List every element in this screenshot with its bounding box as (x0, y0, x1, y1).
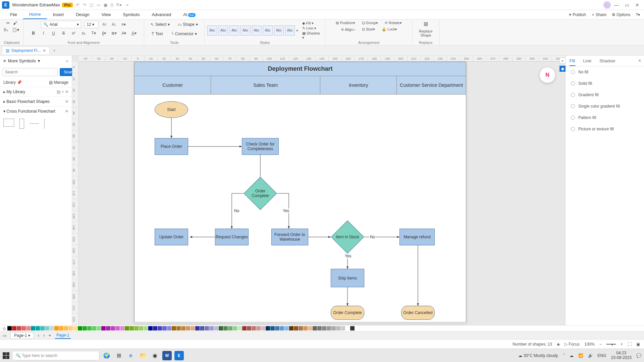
size-button[interactable]: ⊡ Size▾ (362, 27, 375, 32)
canvas[interactable]: -40-30-20-100102030405060708090100110120… (72, 56, 565, 325)
update-order-node[interactable]: Update Order (155, 229, 188, 245)
color-swatch[interactable] (134, 326, 139, 330)
menu-ai[interactable]: AIhot (177, 10, 202, 19)
symbols-header[interactable]: ≡ More Symbols ▾ « (0, 56, 72, 66)
fullscreen-icon[interactable]: ▣ (636, 342, 640, 347)
new-icon[interactable]: ▢ (90, 3, 93, 7)
color-swatch[interactable] (144, 326, 148, 330)
expand-right-icon[interactable]: » (559, 58, 566, 64)
color-swatch[interactable] (270, 326, 275, 330)
style-chip[interactable]: Abc (285, 25, 295, 36)
menu-insert[interactable]: Insert (47, 10, 70, 19)
forward-order-node[interactable]: Forward Order to Warehouse (271, 229, 308, 245)
style-chip[interactable]: Abc (240, 25, 250, 36)
close-icon[interactable]: ✕ (635, 2, 639, 8)
subscript-icon[interactable]: x₂ (81, 30, 87, 36)
tray-onedrive-icon[interactable]: ☁ (570, 353, 574, 358)
align-button[interactable]: ⫷ Align▾ (340, 27, 355, 32)
rotate-button[interactable]: ⟳ Rotate▾ (385, 21, 401, 25)
page-tab-active[interactable]: Page-1 (55, 332, 71, 339)
doctab-active[interactable]: ▤ Deployment Fl... ✕ (2, 47, 50, 54)
color-swatch[interactable] (17, 326, 21, 330)
replace-shape-icon[interactable]: ⊞ (424, 21, 428, 27)
task-edge-icon[interactable]: e (126, 351, 136, 360)
font-size-selector[interactable]: 12 ▾ (85, 21, 99, 28)
menu-advanced[interactable]: Advanced (146, 10, 177, 19)
tray-volume-icon[interactable]: 🔊 (588, 353, 593, 358)
color-swatch[interactable] (83, 326, 87, 330)
task-edraw-icon[interactable]: E (174, 351, 184, 360)
separator-h-shape[interactable] (30, 123, 39, 124)
shape-button[interactable]: ▭ Shape ▾ (175, 21, 200, 28)
menu-view[interactable]: View (96, 10, 117, 19)
share-button[interactable]: ⚬ Share (591, 12, 606, 17)
menu-symbols[interactable]: Symbols (117, 10, 146, 19)
check-order-node[interactable]: Check Order for Completeness (242, 138, 279, 155)
color-swatch[interactable] (327, 326, 331, 330)
replace-shape-button[interactable]: Replace Shape (419, 29, 432, 37)
position-button[interactable]: ⊞ Position▾ (336, 21, 355, 25)
lock-button[interactable]: 🔒 Lock▾ (382, 27, 397, 32)
manage-button[interactable]: ▤ Manage (49, 80, 68, 85)
style-chip[interactable]: Abc (274, 25, 284, 36)
tray-notif-icon[interactable]: 💬 (636, 353, 641, 358)
style-chip[interactable]: Abc (229, 25, 239, 36)
prev-page-icon[interactable]: ‹ (38, 333, 39, 338)
highlight-icon[interactable]: A▾ (121, 30, 127, 36)
nofill-swatch[interactable]: ◇ (3, 326, 6, 331)
color-swatch[interactable] (148, 326, 153, 330)
color-swatch[interactable] (284, 326, 289, 330)
color-swatch[interactable] (129, 326, 134, 330)
color-swatch[interactable] (261, 326, 265, 330)
color-swatch[interactable] (12, 326, 16, 330)
color-swatch[interactable] (97, 326, 101, 330)
lane-sales[interactable]: Sales Team (211, 76, 320, 95)
color-swatch[interactable] (158, 326, 162, 330)
order-cancelled-end[interactable]: Order Cancelled (401, 306, 435, 320)
tab-shadow[interactable]: Shadow (599, 58, 615, 66)
color-swatch[interactable] (181, 326, 185, 330)
styles-more-icon[interactable]: ▾ (296, 28, 298, 33)
format-painter-icon[interactable]: 🖌 (13, 21, 17, 25)
close-panel-icon[interactable]: ✕ (638, 58, 641, 63)
select-button[interactable]: ↖ Select ▾ (148, 21, 172, 28)
color-swatch[interactable] (26, 326, 31, 330)
color-swatch[interactable] (54, 326, 59, 330)
publish-button[interactable]: ✈ Publish (569, 12, 586, 17)
doctab-close-icon[interactable]: ✕ (43, 48, 46, 53)
tab-line[interactable]: Line (583, 58, 592, 66)
color-swatch[interactable] (106, 326, 110, 330)
maximize-icon[interactable]: ▭ (625, 2, 629, 8)
layers-icon[interactable]: ◈ (557, 342, 560, 347)
paste-icon[interactable]: 📋▾ (12, 27, 19, 32)
color-swatch[interactable] (21, 326, 26, 330)
color-swatch[interactable] (209, 326, 214, 330)
print-icon[interactable]: ⎙ (111, 3, 113, 7)
place-order-node[interactable]: Place Order (155, 138, 188, 155)
task-chrome-icon[interactable]: ◉ (150, 351, 160, 360)
minimize-icon[interactable]: ― (614, 2, 619, 8)
menu-design[interactable]: Design (70, 10, 95, 19)
line-button[interactable]: ✎ Line ▾ (302, 26, 322, 31)
menu-file[interactable]: File (4, 10, 23, 19)
color-swatch[interactable] (266, 326, 270, 330)
color-swatch[interactable] (247, 326, 251, 330)
qat-more-icon[interactable]: ⇢ (125, 3, 128, 7)
color-swatch[interactable] (7, 326, 12, 330)
spacing-icon[interactable]: ‖▾ (101, 30, 107, 36)
undo-icon[interactable]: ↶ (76, 3, 79, 7)
color-swatch[interactable] (101, 326, 106, 330)
page-selector[interactable]: Page-1 ▾ (10, 332, 34, 339)
color-swatch[interactable] (111, 326, 115, 330)
bullet-icon[interactable]: ≣▾ (111, 30, 117, 36)
ai-assist-button[interactable]: N (540, 67, 555, 83)
color-swatch[interactable] (275, 326, 279, 330)
options-button[interactable]: ⚙ Options (612, 12, 630, 17)
color-swatch[interactable] (341, 326, 345, 330)
export-icon[interactable]: ⇱▾ (116, 3, 122, 7)
color-swatch[interactable] (50, 326, 54, 330)
cross-functional-cat[interactable]: ▾ Cross Functional Flowchart ✕ (0, 106, 72, 116)
start-button[interactable] (3, 352, 9, 359)
lane-inventory[interactable]: Inventory (320, 76, 396, 95)
copy-icon[interactable]: ⎘▾ (4, 27, 9, 32)
